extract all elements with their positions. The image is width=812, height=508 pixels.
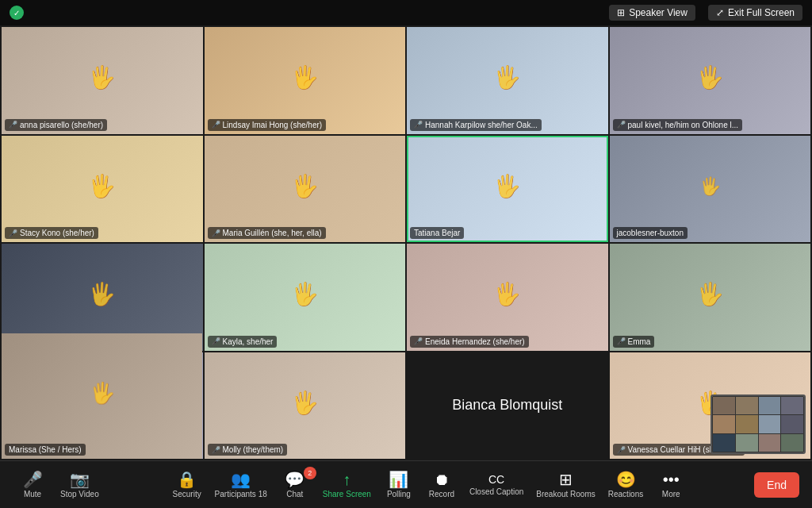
microphone-icon: 🎤 bbox=[23, 471, 43, 487]
thumbnail-overlay[interactable] bbox=[710, 394, 806, 454]
polling-button[interactable]: 📊 Polling bbox=[379, 468, 419, 502]
thumb-11 bbox=[759, 434, 781, 452]
thumb-1 bbox=[713, 397, 735, 414]
top-bar-right: ⊞ Speaker View ⤢ Exit Full Screen bbox=[609, 5, 802, 21]
thumb-2 bbox=[736, 397, 758, 414]
video-cell-2[interactable]: 🖐 🎤 Lindsay Imai Hong (she/her) bbox=[205, 27, 406, 134]
toolbar-center-group: 🔒 Security 👥 Participants 18 💬 2 Chat ↑ … bbox=[167, 468, 691, 502]
record-icon: ⏺ bbox=[434, 471, 450, 487]
video-cell-8[interactable]: 🖐 jacoblesner-buxton bbox=[610, 136, 811, 243]
video-cell-3[interactable]: 🖐 🎤 Hannah Karpilow she/her Oak... bbox=[407, 27, 608, 134]
mic-muted-icon: 🎤 bbox=[212, 121, 220, 129]
participants-button[interactable]: 👥 Participants 18 bbox=[210, 468, 272, 502]
participants-icon: 👥 bbox=[231, 471, 251, 487]
video-cell-14[interactable]: 🖐 🎤 Molly (they/them) bbox=[205, 352, 406, 460]
speaker-view-button[interactable]: ⊞ Speaker View bbox=[609, 5, 695, 21]
share-screen-icon: ↑ bbox=[343, 471, 350, 487]
toolbar: 🎤 Mute 📷 Stop Video 🔒 Security 👥 Partici… bbox=[0, 460, 812, 508]
mic-muted-icon: 🎤 bbox=[212, 229, 220, 237]
video-cell-1[interactable]: 🖐 🎤 anna pisarello (she/her) bbox=[2, 27, 203, 134]
cc-icon: CC bbox=[488, 474, 504, 485]
video-cell-12[interactable]: 🖐 🎤 Emma bbox=[610, 244, 811, 351]
mute-button[interactable]: 🎤 Mute bbox=[13, 468, 52, 502]
security-button[interactable]: 🔒 Security bbox=[167, 468, 207, 502]
chat-button[interactable]: 💬 2 Chat bbox=[275, 468, 315, 502]
mic-muted-icon: 🎤 bbox=[617, 446, 626, 454]
toolbar-right-group: End bbox=[754, 472, 799, 498]
end-button[interactable]: End bbox=[754, 472, 799, 498]
security-icon: 🔒 bbox=[177, 471, 197, 487]
thumb-9 bbox=[713, 434, 735, 452]
chat-icon: 💬 bbox=[285, 471, 304, 487]
bianca-name-display: Bianca Blomquist bbox=[452, 397, 562, 414]
share-screen-button[interactable]: ↑ Share Screen bbox=[318, 468, 376, 502]
video-cell-10[interactable]: 🖐 🎤 Kayla, she/her bbox=[205, 244, 406, 351]
mic-muted-icon: 🎤 bbox=[617, 121, 626, 129]
more-icon: ••• bbox=[663, 471, 680, 487]
closed-caption-button[interactable]: CC Closed Caption bbox=[465, 471, 528, 499]
video-cell-6[interactable]: 🖐 🎤 Maria Guillén (she, her, ella) bbox=[205, 136, 406, 243]
breakout-rooms-button[interactable]: ⊞ Breakout Rooms bbox=[531, 468, 599, 502]
polling-icon: 📊 bbox=[389, 471, 408, 487]
video-cell-5[interactable]: 🖐 🎤 Stacy Kono (she/her) bbox=[2, 136, 203, 243]
breakout-icon: ⊞ bbox=[559, 471, 573, 487]
stop-video-button[interactable]: 📷 Stop Video bbox=[56, 468, 104, 502]
video-cell-11[interactable]: 🖐 🎤 Eneida Hernandez (she/her) bbox=[407, 244, 608, 351]
thumb-7 bbox=[759, 415, 781, 433]
video-cell-15-name-display[interactable]: Bianca Blomquist bbox=[407, 352, 608, 460]
more-button[interactable]: ••• More bbox=[651, 468, 691, 502]
mic-muted-icon: 🎤 bbox=[9, 229, 17, 237]
record-button[interactable]: ⏺ Record bbox=[422, 468, 462, 502]
mic-muted-icon: 🎤 bbox=[414, 337, 423, 345]
mic-muted-icon: 🎤 bbox=[212, 337, 220, 345]
thumb-12 bbox=[781, 434, 803, 452]
mic-muted-icon: 🎤 bbox=[212, 446, 220, 454]
camera-icon: 📷 bbox=[70, 471, 90, 487]
reactions-button[interactable]: 😊 Reactions bbox=[603, 468, 648, 502]
top-bar-left: ✓ bbox=[10, 6, 24, 20]
mic-muted-icon: 🎤 bbox=[9, 121, 17, 129]
top-bar: ✓ ⊞ Speaker View ⤢ Exit Full Screen bbox=[0, 0, 812, 25]
thumb-3 bbox=[759, 397, 781, 414]
video-cell-marissa[interactable]: 🖐 Marissa (She / Hers) bbox=[2, 333, 202, 459]
chat-badge: 2 bbox=[304, 467, 316, 479]
toolbar-left-group: 🎤 Mute 📷 Stop Video bbox=[13, 468, 104, 502]
thumb-5 bbox=[713, 415, 735, 433]
thumb-4 bbox=[781, 397, 803, 414]
mic-muted-icon: 🎤 bbox=[617, 337, 626, 345]
mic-muted-icon: 🎤 bbox=[414, 121, 423, 129]
thumb-6 bbox=[736, 415, 758, 433]
reactions-icon: 😊 bbox=[616, 471, 636, 487]
exit-fullscreen-button[interactable]: ⤢ Exit Full Screen bbox=[708, 5, 802, 21]
thumb-10 bbox=[736, 434, 758, 452]
security-shield-icon: ✓ bbox=[10, 6, 24, 20]
thumbnail-grid bbox=[712, 396, 804, 452]
video-cell-7[interactable]: 🖐 Tatiana Bejar bbox=[407, 136, 608, 243]
thumb-8 bbox=[781, 415, 803, 433]
video-cell-4[interactable]: 🖐 🎤 paul kivel, he/him on Ohlone l... bbox=[610, 27, 811, 134]
